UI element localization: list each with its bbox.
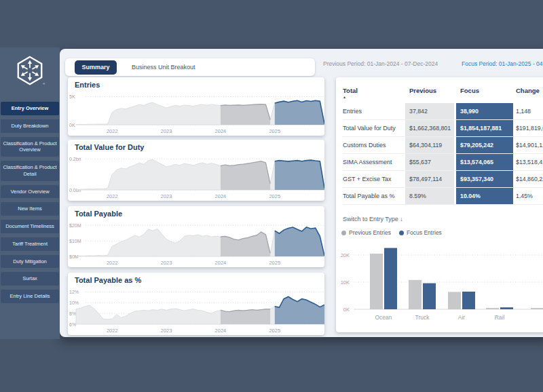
kpi-table-header: Total▲PreviousFocusChange: [343, 84, 543, 103]
legend-item-focus-entries[interactable]: Focus Entries: [399, 229, 442, 236]
change-value: 1,148: [516, 108, 543, 115]
bar-previous-other[interactable]: [531, 308, 543, 309]
svg-text:2023: 2023: [161, 328, 172, 334]
area-chart-entries: 5K0K2022202320242025: [68, 91, 324, 136]
sidebar-item-tariff-treatment[interactable]: Tariff Treatment: [1, 237, 59, 251]
svg-text:2025: 2025: [269, 328, 280, 334]
previous-value: 8.59%: [405, 188, 454, 204]
change-value: 1.45%: [516, 193, 543, 199]
table-row: SIMA Assessment$55,637$13,574,065$13,518…: [343, 154, 543, 171]
legend-item-previous-entries[interactable]: Previous Entries: [341, 229, 391, 236]
svg-text:12%: 12%: [69, 290, 79, 294]
table-row: Customs Duties$64,304,119$79,205,242$14,…: [343, 137, 543, 154]
tab-strip: Summary Business Unit Breakout: [65, 58, 315, 76]
svg-text:10%: 10%: [69, 300, 79, 305]
focus-value: 38,990: [456, 103, 513, 119]
previous-value: $78,497,114: [405, 171, 454, 187]
entries-by-type-bar-chart: 0K10K20KOceanTruckAirRail: [336, 239, 543, 332]
svg-text:2025: 2025: [269, 128, 280, 134]
bar-previous-air[interactable]: [448, 292, 461, 309]
sidebar-item-entry-overview[interactable]: Entry Overview: [1, 102, 59, 115]
sidebar-item-classification-product-overview[interactable]: Classification & Product Overview: [1, 137, 59, 157]
column-header-previous[interactable]: Previous: [405, 87, 454, 94]
row-label: Total Value for Duty: [343, 125, 405, 132]
table-row: Entries37,84238,9901,148: [343, 103, 543, 120]
sidebar-item-duty-breakdown[interactable]: Duty Breakdown: [1, 119, 59, 133]
svg-text:$20M: $20M: [69, 223, 81, 228]
svg-text:0K: 0K: [343, 307, 350, 313]
sidebar-item-surtax[interactable]: Surtax: [1, 272, 59, 286]
svg-text:2023: 2023: [161, 128, 172, 134]
svg-text:$10M: $10M: [69, 239, 81, 243]
chart-title-duty: Total Value for Duty: [75, 143, 144, 151]
svg-text:2024: 2024: [215, 193, 227, 199]
chart-card-entries: Entries5K0K2022202320242025: [68, 77, 324, 136]
svg-text:®: ®: [43, 83, 45, 85]
previous-value: $1,662,368,801: [405, 120, 454, 136]
bar-previous-rail[interactable]: [486, 308, 499, 309]
sidebar-item-entry-line-details[interactable]: Entry Line Details: [1, 290, 59, 303]
sidebar-item-duty-mitigation[interactable]: Duty Mitigation: [1, 255, 59, 269]
dashboard-canvas: Summary Business Unit Breakout Previous …: [60, 49, 543, 337]
svg-text:6%: 6%: [69, 322, 76, 327]
row-label: SIMA Assessment: [343, 159, 405, 165]
svg-text:2022: 2022: [107, 128, 118, 134]
chart-title-pct: Total Payable as %: [75, 276, 141, 284]
bar-focus-truck[interactable]: [423, 283, 436, 309]
column-header-focus[interactable]: Focus: [456, 87, 513, 94]
svg-text:Ocean: Ocean: [375, 314, 392, 321]
column-header-total[interactable]: Total▲: [343, 87, 405, 98]
tab-summary[interactable]: Summary: [75, 60, 117, 75]
svg-text:2022: 2022: [107, 260, 118, 266]
svg-text:2025: 2025: [269, 260, 280, 266]
chart-card-duty: Total Value for Duty0.2bn0.0bn2022202320…: [68, 140, 324, 201]
sidebar-item-vendor-overview[interactable]: Vendor Overview: [1, 185, 59, 199]
switch-entry-type-toggle[interactable]: Switch to Entry Type ↓: [343, 216, 403, 222]
bar-previous-truck[interactable]: [409, 280, 422, 309]
change-value: $14,901,123: [516, 142, 543, 149]
legend-dot-icon: [399, 231, 404, 235]
svg-text:Truck: Truck: [415, 314, 430, 321]
svg-text:20K: 20K: [341, 252, 350, 258]
svg-text:Rail: Rail: [495, 314, 505, 321]
legend-label: Previous Entries: [349, 229, 391, 236]
table-row: Total Payable as %8.59%10.04%1.45%: [343, 188, 543, 205]
svg-text:2024: 2024: [215, 260, 227, 266]
bar-focus-air[interactable]: [462, 292, 475, 309]
row-label: Total Payable as %: [343, 193, 405, 199]
kpi-table: Total▲PreviousFocusChangeEntries37,84238…: [343, 84, 543, 205]
kpi-panel: Total▲PreviousFocusChangeEntries37,84238…: [336, 77, 543, 332]
sidebar-item-document-timeliness[interactable]: Document Timeliness: [1, 220, 59, 233]
bar-previous-ocean[interactable]: [370, 254, 383, 309]
area-chart-pct: 12%10%8%6%2022202320242025: [68, 286, 324, 335]
svg-text:Air: Air: [458, 314, 466, 321]
bar-focus-rail[interactable]: [500, 307, 513, 309]
svg-text:8%: 8%: [69, 311, 76, 316]
chart-title-entries: Entries: [75, 81, 100, 89]
change-value: $191,819,080: [516, 125, 543, 132]
svg-text:0.2bn: 0.2bn: [69, 157, 81, 161]
area-chart-payable: $20M$10M$0M2022202320242025: [68, 220, 324, 267]
tab-business-unit-breakout[interactable]: Business Unit Breakout: [132, 64, 195, 71]
chart-card-pct: Total Payable as %12%10%8%6%202220232024…: [68, 273, 324, 335]
chart-card-payable: Total Payable$20M$10M$0M2022202320242025: [68, 206, 324, 267]
previous-value: $64,304,119: [405, 137, 454, 153]
sidebar-item-new-items[interactable]: New Items: [1, 202, 59, 216]
focus-period-label: Focus Period: 01-Jan-2025 - 04: [462, 60, 543, 67]
svg-text:2023: 2023: [161, 193, 172, 199]
row-label: Entries: [343, 108, 405, 115]
svg-text:2024: 2024: [215, 328, 227, 334]
svg-text:0K: 0K: [69, 123, 75, 128]
table-row: Total Value for Duty$1,662,368,801$1,854…: [343, 120, 543, 137]
bar-focus-ocean[interactable]: [384, 248, 397, 309]
sidebar-item-classification-product-detail[interactable]: Classification & Product Detail: [1, 161, 59, 181]
focus-value: $1,854,187,881: [456, 120, 513, 136]
column-header-change[interactable]: Change: [516, 87, 543, 94]
area-chart-duty: 0.2bn0.0bn2022202320242025: [68, 153, 324, 201]
sort-ascending-icon: ▲: [343, 96, 405, 98]
previous-value: $55,637: [405, 154, 454, 170]
focus-value: 10.04%: [456, 188, 513, 204]
app-logo-icon: ®: [0, 47, 60, 86]
sidebar: ® Entry OverviewDuty BreakdownClassifica…: [0, 47, 60, 339]
row-label: Customs Duties: [343, 142, 405, 149]
